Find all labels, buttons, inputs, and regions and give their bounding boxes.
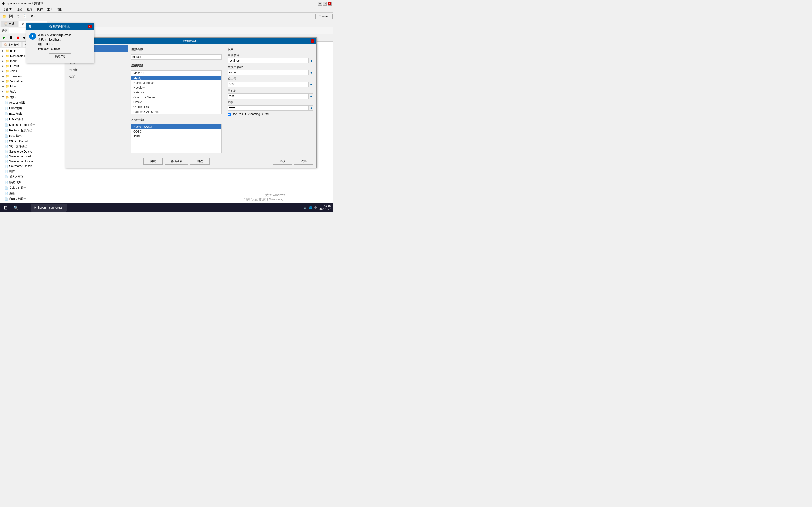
db-confirm-buttons: 确认 取消 <box>227 139 313 165</box>
browse-button[interactable]: 浏览 <box>190 158 209 165</box>
conn-type-openerp[interactable]: OpenERP Server <box>132 95 221 100</box>
taskbar-sound-icon[interactable]: 🔈 <box>304 206 307 209</box>
conn-type-netezza[interactable]: Netezza <box>132 90 221 95</box>
menu-execute[interactable]: 执行 <box>35 7 45 12</box>
sidebar-item-sf-delete[interactable]: 📄 Salesforce Delete <box>0 149 60 154</box>
sidebar-item-sf-update[interactable]: 📄 Salesforce Update <box>0 159 60 164</box>
db-tab-pool[interactable]: 连接池 <box>65 66 128 73</box>
conn-method-list[interactable]: Native (JDBC) ODBC JNDI <box>131 124 221 153</box>
settings-button[interactable]: ⚙▾ <box>30 13 36 19</box>
use-cursor-row: Use Result Streaming Cursor <box>227 113 313 116</box>
sidebar-item-output[interactable]: ▶ 📁 Output <box>0 63 60 68</box>
conn-type-list[interactable]: MonetDB MySQL Native Mondrian Neoview Ne… <box>131 70 221 114</box>
menu-tools[interactable]: 工具 <box>45 7 55 12</box>
sidebar-item-update[interactable]: 📄 更新 <box>0 191 60 196</box>
main-objects-tab[interactable]: 🏠 主对象树 <box>2 42 21 47</box>
sidebar-item-insert-update[interactable]: 📄 插入／更新 <box>0 174 60 180</box>
db-label-text: 数据库名 <box>38 47 50 51</box>
db-tab-cluster[interactable]: 集群 <box>65 73 128 80</box>
start-button[interactable]: ⊞ <box>1 203 11 212</box>
confirm-button[interactable]: 确认 <box>273 158 292 165</box>
use-cursor-checkbox[interactable] <box>227 113 231 116</box>
test-dialog-close-button[interactable]: ✕ <box>88 24 92 29</box>
run-button[interactable]: ▶ <box>1 35 7 41</box>
sidebar-item-output-zh[interactable]: ▶ 📂 输出 <box>0 95 60 100</box>
conn-type-oracle[interactable]: Oracle <box>132 100 221 105</box>
test-button[interactable]: 测试 <box>143 158 163 165</box>
taskbar-network-icon[interactable]: 🌐 <box>309 206 312 209</box>
conn-type-mysql[interactable]: MySQL <box>132 75 221 80</box>
taskbar-taskview[interactable]: ❑ <box>21 203 30 212</box>
cancel-button[interactable]: 取消 <box>294 158 313 165</box>
taskbar-search[interactable]: 🔍 <box>12 203 20 212</box>
paste-button[interactable]: 📋 <box>21 13 28 19</box>
port-icon-btn[interactable]: ◆ <box>309 81 313 87</box>
conn-name-input[interactable] <box>131 54 221 60</box>
sidebar-item-cube-output[interactable]: 📄 Cube输出 <box>0 106 60 111</box>
sidebar-item-sf-insert[interactable]: 📄 Salesforce Insert <box>0 154 60 159</box>
sidebar-item-sql-file[interactable]: 📄 SQL 文件输出 <box>0 144 60 149</box>
sidebar-item-transform[interactable]: ▶ 📁 Transform <box>0 74 60 79</box>
user-icon-btn[interactable]: ◆ <box>309 94 313 99</box>
password-icon-btn[interactable]: ◆ <box>309 105 313 111</box>
folder-icon: 📁 <box>5 84 9 88</box>
features-button[interactable]: 特征列表 <box>164 158 188 165</box>
pause-button[interactable]: ⏸ <box>8 35 14 41</box>
conn-type-neoview[interactable]: Neoview <box>132 85 221 90</box>
dbname-icon-btn[interactable]: ◆ <box>309 70 313 75</box>
dbname-field: 数据库名称: ◆ <box>227 65 313 75</box>
sidebar-item-data-sync[interactable]: 📄 数据同步 <box>0 180 60 185</box>
sidebar-item-rss-output[interactable]: 📄 RSS 输出 <box>0 133 60 139</box>
sidebar-item-joins[interactable]: ▶ 📁 Joins <box>0 68 60 74</box>
conn-method-jndi[interactable]: JNDI <box>132 134 221 139</box>
db-connection-dialog[interactable]: 🗄 数据库连接 ✕ 一般 高级 选项 连接池 集群 连接名称: 连接类型: Mo… <box>65 38 317 168</box>
menu-view[interactable]: 视图 <box>25 7 35 12</box>
expand-icon: ▶ <box>2 60 4 62</box>
sidebar-item-validation[interactable]: ▶ 📁 Validation <box>0 79 60 84</box>
conn-type-oracle-rdb[interactable]: Oracle RDB <box>132 105 221 109</box>
conn-type-native-mondrian[interactable]: Native Mondrian <box>132 80 221 85</box>
test-ok-button[interactable]: 确定(O) <box>49 53 71 60</box>
sidebar-item-sf-upsert[interactable]: 📄 Salesforce Upsert <box>0 164 60 169</box>
sidebar-item-ldap-output[interactable]: 📄 LDAP 输出 <box>0 117 60 122</box>
sidebar-item-msexcel-output[interactable]: 📄 Microsoft Excel 输出 <box>0 122 60 128</box>
sidebar-item-delete[interactable]: 📄 删除 <box>0 169 60 174</box>
menu-edit[interactable]: 编辑 <box>15 7 24 12</box>
conn-type-label-row: 连接类型: <box>131 63 221 68</box>
close-button[interactable]: ✕ <box>328 2 332 6</box>
menu-file[interactable]: 文件(F) <box>1 7 14 12</box>
sidebar-item-access-output[interactable]: 📄 Access 输出 <box>0 100 60 106</box>
user-input[interactable] <box>227 94 309 99</box>
db-dialog-close-button[interactable]: ✕ <box>311 39 314 43</box>
sidebar-item-pentaho-report[interactable]: 📄 Pentaho 报表输出 <box>0 128 60 133</box>
minimize-button[interactable]: ─ <box>318 2 322 6</box>
dbname-input[interactable] <box>227 70 309 75</box>
menu-help[interactable]: 帮助 <box>55 7 65 12</box>
sidebar-item-excel-output[interactable]: 📄 Excel输出 <box>0 111 60 117</box>
sidebar-item-text-output[interactable]: 📄 文本文件输出 <box>0 185 60 191</box>
conn-type-palo[interactable]: Palo MOLAP Server <box>132 109 221 114</box>
port-input[interactable] <box>227 81 309 87</box>
sidebar-item-auto-doc[interactable]: 📄 自动文档输出 <box>0 196 60 202</box>
sidebar-item-s3-output[interactable]: 📄 S3 File Output <box>0 139 60 144</box>
password-input[interactable] <box>227 105 309 111</box>
save-button[interactable]: 💾 <box>8 13 14 19</box>
host-input-row: ◆ <box>227 58 313 63</box>
conn-method-odbc[interactable]: ODBC <box>132 129 221 134</box>
conn-type-monetdb[interactable]: MonetDB <box>132 71 221 75</box>
save-as-button[interactable]: 🖨 <box>14 13 21 19</box>
taskbar-spoon-app[interactable]: ⚙ Spoon - json_extra... <box>31 204 67 212</box>
sidebar-item-flow[interactable]: ▶ 📁 Flow <box>0 84 60 89</box>
connect-button[interactable]: Connect <box>315 13 333 19</box>
host-input[interactable] <box>227 58 309 63</box>
db-test-dialog[interactable]: 🗄 数据库连接测试 ✕ i 正确连接到数据库[extract] 主机名 : lo… <box>26 23 94 63</box>
host-icon-btn[interactable]: ◆ <box>309 58 313 63</box>
db-dialog-title-text: 数据库连接 <box>183 39 198 43</box>
tab-welcome[interactable]: 🏠 欢迎! <box>1 20 18 27</box>
open-button[interactable]: 📁 <box>1 13 7 19</box>
stop-button[interactable]: ⏹ <box>14 35 21 41</box>
taskbar-lang-icon[interactable]: 中 <box>314 206 317 210</box>
maximize-button[interactable]: □ <box>323 2 327 6</box>
sidebar-item-input-zh[interactable]: ▶ 📁 输入 <box>0 89 60 95</box>
conn-method-jdbc[interactable]: Native (JDBC) <box>132 124 221 129</box>
